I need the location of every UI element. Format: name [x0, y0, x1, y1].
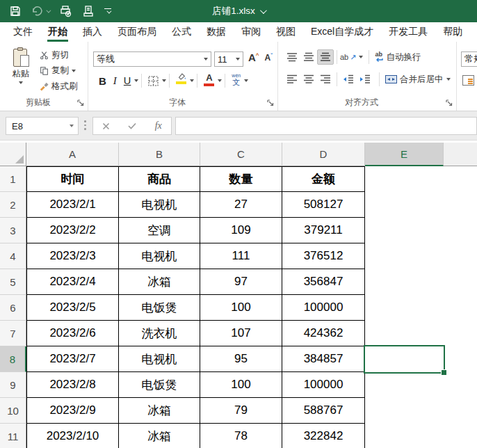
print-preview-icon[interactable] [83, 6, 94, 17]
customize-qat-icon[interactable] [104, 8, 111, 14]
cell-B5[interactable]: 冰箱 [119, 269, 200, 295]
cell-A11[interactable]: 2023/2/10 [26, 424, 119, 448]
cut-button[interactable]: 剪切 [40, 49, 69, 61]
cell-B8[interactable]: 电视机 [119, 346, 200, 372]
row-header-2[interactable]: 2 [0, 192, 26, 218]
title-dropdown-icon[interactable] [260, 7, 267, 14]
bold-button[interactable]: B [95, 73, 110, 88]
shrink-font-button[interactable]: Aˇ [265, 52, 273, 63]
cell-A6[interactable]: 2023/2/5 [26, 295, 119, 321]
cell-A3[interactable]: 2023/2/2 [26, 218, 119, 243]
copy-button[interactable]: 复制 [40, 65, 76, 77]
font-size-dropdown-icon[interactable] [236, 58, 240, 61]
row-header-11[interactable]: 11 [0, 424, 26, 448]
decrease-indent-button[interactable] [340, 72, 357, 87]
row-header-7[interactable]: 7 [0, 321, 26, 346]
font-name-combo[interactable]: 等线 [93, 51, 211, 67]
cell-D8[interactable]: 384857 [282, 346, 365, 372]
cell-D7[interactable]: 424362 [282, 321, 365, 346]
font-size-combo[interactable]: 11 [214, 51, 243, 67]
cell-C5[interactable]: 97 [200, 269, 282, 295]
borders-button[interactable] [145, 73, 162, 88]
cell-B9[interactable]: 电饭煲 [119, 372, 200, 398]
increase-indent-button[interactable] [357, 72, 373, 87]
cell-A5[interactable]: 2023/2/4 [26, 269, 119, 295]
cell-E11[interactable] [365, 424, 444, 448]
row-header-9[interactable]: 9 [0, 372, 26, 398]
cell-E1[interactable] [365, 166, 444, 192]
enter-icon[interactable] [128, 122, 136, 129]
row-header-10[interactable]: 10 [0, 398, 26, 424]
formula-input[interactable] [175, 117, 477, 135]
cell-B10[interactable]: 冰箱 [119, 398, 200, 424]
row-header-5[interactable]: 5 [0, 269, 26, 295]
cell-C7[interactable]: 107 [200, 321, 282, 346]
wrap-text-button[interactable]: ab 自动换行 [375, 51, 421, 63]
cell-D11[interactable]: 322842 [282, 424, 365, 448]
grow-font-button[interactable]: A^ [248, 51, 259, 63]
orientation-dropdown-icon[interactable] [359, 56, 363, 58]
cell-A4[interactable]: 2023/2/3 [26, 243, 119, 269]
font-dialog-launcher-icon[interactable] [267, 99, 274, 106]
phonetic-dropdown-icon[interactable] [244, 79, 248, 82]
orientation-button[interactable]: ab ↗ [340, 53, 356, 62]
cell-C6[interactable]: 100 [200, 295, 282, 321]
select-all-corner[interactable] [0, 143, 26, 166]
tab-Excel自学成才[interactable]: Excel自学成才 [303, 22, 381, 42]
cell-C3[interactable]: 109 [200, 218, 282, 243]
cell-A7[interactable]: 2023/2/6 [26, 321, 119, 346]
cell-A1[interactable]: 时间 [26, 166, 119, 192]
cell-D2[interactable]: 508127 [282, 192, 365, 218]
merge-center-button[interactable]: 合并后居中 [385, 74, 451, 86]
save-icon[interactable] [10, 6, 21, 17]
cell-C10[interactable]: 79 [200, 398, 282, 424]
cell-C2[interactable]: 27 [200, 192, 282, 218]
tab-页面布局[interactable]: 页面布局 [110, 22, 164, 42]
insert-function-icon[interactable]: fx [155, 120, 162, 131]
align-left-button[interactable] [284, 72, 300, 87]
cell-E7[interactable] [365, 321, 444, 346]
row-header-3[interactable]: 3 [0, 218, 26, 243]
column-header-E[interactable]: E [365, 143, 444, 166]
tab-审阅[interactable]: 审阅 [234, 22, 268, 42]
align-middle-button[interactable] [300, 49, 317, 65]
cell-B4[interactable]: 电视机 [119, 243, 200, 269]
cell-D10[interactable]: 588767 [282, 398, 365, 424]
cell-A8[interactable]: 2023/2/7 [26, 346, 119, 372]
fill-color-dropdown-icon[interactable] [190, 79, 194, 82]
font-color-button[interactable]: A [200, 73, 218, 88]
cell-D9[interactable]: 100000 [282, 372, 365, 398]
cell-D4[interactable]: 376512 [282, 243, 365, 269]
row-header-6[interactable]: 6 [0, 295, 26, 321]
cell-C11[interactable]: 78 [200, 424, 282, 448]
cell-A9[interactable]: 2023/2/8 [26, 372, 119, 398]
row-header-4[interactable]: 4 [0, 243, 26, 269]
underline-button[interactable]: U [120, 73, 134, 88]
cell-C4[interactable]: 111 [200, 243, 282, 269]
column-header-B[interactable]: B [119, 143, 200, 166]
tab-公式[interactable]: 公式 [164, 22, 199, 42]
italic-button[interactable]: I [110, 73, 120, 88]
tab-帮助[interactable]: 帮助 [435, 22, 470, 42]
cell-E4[interactable] [365, 243, 444, 269]
accounting-format-icon[interactable] [462, 75, 474, 86]
tab-视图[interactable]: 视图 [268, 22, 303, 42]
alignment-dialog-launcher-icon[interactable] [446, 99, 453, 106]
cell-A2[interactable]: 2023/2/1 [26, 192, 119, 218]
copy-dropdown-icon[interactable] [72, 70, 76, 72]
cell-B3[interactable]: 空调 [119, 218, 200, 243]
underline-dropdown-icon[interactable] [134, 79, 138, 82]
font-name-dropdown-icon[interactable] [204, 58, 208, 61]
tab-插入[interactable]: 插入 [75, 22, 110, 42]
tab-数据[interactable]: 数据 [199, 22, 234, 42]
selected-cell[interactable] [364, 345, 445, 374]
format-painter-button[interactable]: 格式刷 [40, 81, 78, 93]
cell-E6[interactable] [365, 295, 444, 321]
column-header-C[interactable]: C [200, 143, 282, 166]
cell-C8[interactable]: 95 [200, 346, 282, 372]
align-top-button[interactable] [284, 49, 300, 65]
font-color-dropdown-icon[interactable] [218, 79, 222, 82]
cancel-icon[interactable] [102, 122, 110, 130]
cell-E3[interactable] [365, 218, 444, 243]
cell-B7[interactable]: 洗衣机 [119, 321, 200, 346]
